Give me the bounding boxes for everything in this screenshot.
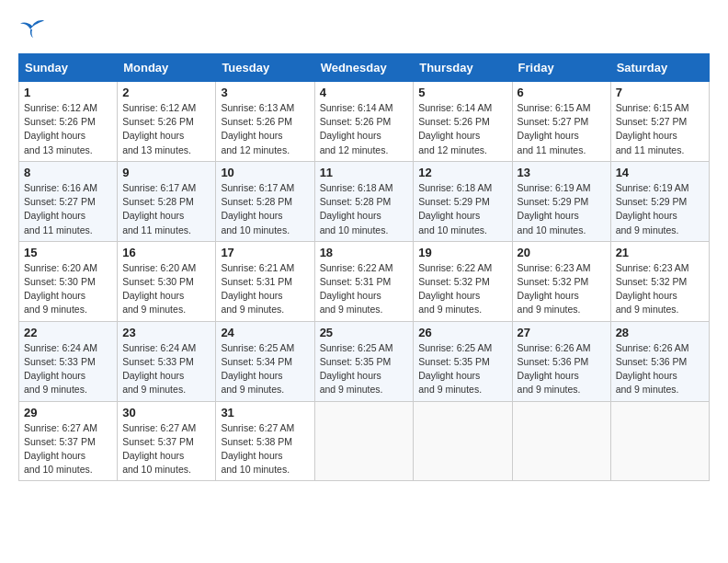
calendar-cell: 28 Sunrise: 6:26 AM Sunset: 5:36 PM Dayl… [610,321,709,401]
calendar-header-row: SundayMondayTuesdayWednesdayThursdayFrid… [19,54,710,82]
day-number: 7 [616,86,704,99]
day-number: 9 [122,166,210,179]
day-info: Sunrise: 6:20 AM Sunset: 5:30 PM Dayligh… [122,261,210,317]
day-info: Sunrise: 6:14 AM Sunset: 5:26 PM Dayligh… [418,101,506,157]
calendar-week-row: 22 Sunrise: 6:24 AM Sunset: 5:33 PM Dayl… [19,321,710,401]
calendar-week-row: 1 Sunrise: 6:12 AM Sunset: 5:26 PM Dayli… [19,82,710,162]
calendar-header-friday: Friday [512,54,610,82]
calendar-cell: 9 Sunrise: 6:17 AM Sunset: 5:28 PM Dayli… [118,161,216,241]
calendar-cell: 20 Sunrise: 6:23 AM Sunset: 5:32 PM Dayl… [512,241,610,321]
calendar-cell: 23 Sunrise: 6:24 AM Sunset: 5:33 PM Dayl… [118,321,216,401]
calendar-cell: 24 Sunrise: 6:25 AM Sunset: 5:34 PM Dayl… [216,321,314,401]
day-number: 23 [122,326,210,339]
day-number: 2 [122,86,210,99]
day-info: Sunrise: 6:24 AM Sunset: 5:33 PM Dayligh… [122,341,210,397]
calendar-cell [610,401,709,481]
calendar-cell: 31 Sunrise: 6:27 AM Sunset: 5:38 PM Dayl… [216,401,314,481]
day-info: Sunrise: 6:19 AM Sunset: 5:29 PM Dayligh… [518,181,606,237]
calendar-cell: 25 Sunrise: 6:25 AM Sunset: 5:35 PM Dayl… [314,321,414,401]
day-number: 20 [518,246,606,259]
day-info: Sunrise: 6:27 AM Sunset: 5:37 PM Dayligh… [122,421,210,477]
day-number: 11 [320,166,409,179]
day-number: 16 [122,246,210,259]
day-info: Sunrise: 6:23 AM Sunset: 5:32 PM Dayligh… [616,261,704,317]
calendar-header-wednesday: Wednesday [314,54,414,82]
calendar-cell: 11 Sunrise: 6:18 AM Sunset: 5:28 PM Dayl… [314,161,414,241]
calendar-cell [314,401,414,481]
day-number: 13 [518,166,606,179]
day-info: Sunrise: 6:15 AM Sunset: 5:27 PM Dayligh… [616,101,704,157]
calendar-cell: 29 Sunrise: 6:27 AM Sunset: 5:37 PM Dayl… [19,401,118,481]
calendar-table: SundayMondayTuesdayWednesdayThursdayFrid… [18,53,710,481]
calendar-cell: 14 Sunrise: 6:19 AM Sunset: 5:29 PM Dayl… [610,161,709,241]
day-info: Sunrise: 6:21 AM Sunset: 5:31 PM Dayligh… [221,261,309,317]
calendar-cell: 13 Sunrise: 6:19 AM Sunset: 5:29 PM Dayl… [512,161,610,241]
day-info: Sunrise: 6:13 AM Sunset: 5:26 PM Dayligh… [221,101,309,157]
calendar-cell: 22 Sunrise: 6:24 AM Sunset: 5:33 PM Dayl… [19,321,118,401]
calendar-header-tuesday: Tuesday [216,54,314,82]
day-info: Sunrise: 6:24 AM Sunset: 5:33 PM Dayligh… [24,341,112,397]
day-number: 27 [518,326,606,339]
day-info: Sunrise: 6:26 AM Sunset: 5:36 PM Dayligh… [518,341,606,397]
calendar-week-row: 29 Sunrise: 6:27 AM Sunset: 5:37 PM Dayl… [19,401,710,481]
day-number: 8 [24,166,112,179]
calendar-header-sunday: Sunday [19,54,118,82]
day-info: Sunrise: 6:27 AM Sunset: 5:38 PM Dayligh… [221,421,309,477]
day-info: Sunrise: 6:25 AM Sunset: 5:34 PM Dayligh… [221,341,309,397]
day-info: Sunrise: 6:18 AM Sunset: 5:28 PM Dayligh… [320,181,409,237]
day-info: Sunrise: 6:19 AM Sunset: 5:29 PM Dayligh… [616,181,704,237]
calendar-cell: 27 Sunrise: 6:26 AM Sunset: 5:36 PM Dayl… [512,321,610,401]
calendar-cell [414,401,512,481]
day-info: Sunrise: 6:27 AM Sunset: 5:37 PM Dayligh… [24,421,112,477]
calendar-cell: 4 Sunrise: 6:14 AM Sunset: 5:26 PM Dayli… [314,82,414,162]
calendar-cell: 21 Sunrise: 6:23 AM Sunset: 5:32 PM Dayl… [610,241,709,321]
day-number: 26 [418,326,506,339]
calendar-cell: 17 Sunrise: 6:21 AM Sunset: 5:31 PM Dayl… [216,241,314,321]
day-number: 25 [320,326,409,339]
calendar-cell: 19 Sunrise: 6:22 AM Sunset: 5:32 PM Dayl… [414,241,512,321]
day-number: 22 [24,326,112,339]
day-info: Sunrise: 6:20 AM Sunset: 5:30 PM Dayligh… [24,261,112,317]
day-info: Sunrise: 6:23 AM Sunset: 5:32 PM Dayligh… [518,261,606,317]
calendar-header-thursday: Thursday [414,54,512,82]
day-number: 5 [418,86,506,99]
calendar-week-row: 8 Sunrise: 6:16 AM Sunset: 5:27 PM Dayli… [19,161,710,241]
calendar-cell: 1 Sunrise: 6:12 AM Sunset: 5:26 PM Dayli… [19,82,118,162]
calendar-cell: 10 Sunrise: 6:17 AM Sunset: 5:28 PM Dayl… [216,161,314,241]
day-number: 24 [221,326,309,339]
day-info: Sunrise: 6:17 AM Sunset: 5:28 PM Dayligh… [122,181,210,237]
calendar-cell: 26 Sunrise: 6:25 AM Sunset: 5:35 PM Dayl… [414,321,512,401]
calendar-cell: 8 Sunrise: 6:16 AM Sunset: 5:27 PM Dayli… [19,161,118,241]
calendar-cell: 3 Sunrise: 6:13 AM Sunset: 5:26 PM Dayli… [216,82,314,162]
day-info: Sunrise: 6:22 AM Sunset: 5:32 PM Dayligh… [418,261,506,317]
day-info: Sunrise: 6:25 AM Sunset: 5:35 PM Dayligh… [418,341,506,397]
day-info: Sunrise: 6:26 AM Sunset: 5:36 PM Dayligh… [616,341,704,397]
calendar-cell: 30 Sunrise: 6:27 AM Sunset: 5:37 PM Dayl… [118,401,216,481]
day-info: Sunrise: 6:25 AM Sunset: 5:35 PM Dayligh… [320,341,409,397]
day-number: 30 [122,406,210,419]
day-number: 31 [221,406,309,419]
day-number: 6 [518,86,606,99]
day-info: Sunrise: 6:15 AM Sunset: 5:27 PM Dayligh… [518,101,606,157]
day-info: Sunrise: 6:12 AM Sunset: 5:26 PM Dayligh… [24,101,112,157]
calendar-cell: 12 Sunrise: 6:18 AM Sunset: 5:29 PM Dayl… [414,161,512,241]
day-number: 3 [221,86,309,99]
calendar-week-row: 15 Sunrise: 6:20 AM Sunset: 5:30 PM Dayl… [19,241,710,321]
day-info: Sunrise: 6:16 AM Sunset: 5:27 PM Dayligh… [24,181,112,237]
day-number: 18 [320,246,409,259]
day-info: Sunrise: 6:22 AM Sunset: 5:31 PM Dayligh… [320,261,409,317]
day-number: 10 [221,166,309,179]
day-number: 29 [24,406,112,419]
calendar-cell: 6 Sunrise: 6:15 AM Sunset: 5:27 PM Dayli… [512,82,610,162]
day-number: 12 [418,166,506,179]
calendar-cell: 5 Sunrise: 6:14 AM Sunset: 5:26 PM Dayli… [414,82,512,162]
day-number: 4 [320,86,409,99]
day-number: 14 [616,166,704,179]
day-number: 15 [24,246,112,259]
day-info: Sunrise: 6:17 AM Sunset: 5:28 PM Dayligh… [221,181,309,237]
calendar-cell: 7 Sunrise: 6:15 AM Sunset: 5:27 PM Dayli… [610,82,709,162]
day-number: 1 [24,86,112,99]
day-number: 21 [616,246,704,259]
page-header [18,18,710,39]
calendar-cell: 2 Sunrise: 6:12 AM Sunset: 5:26 PM Dayli… [118,82,216,162]
